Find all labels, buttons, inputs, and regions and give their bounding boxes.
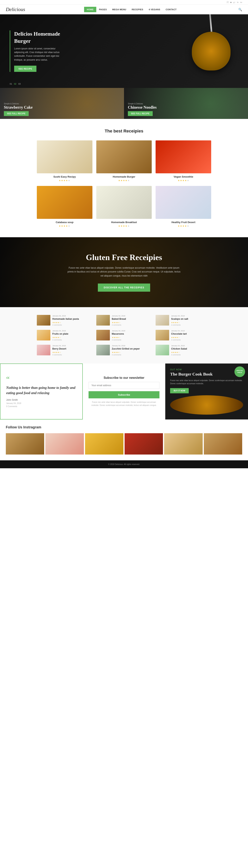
social-rss-icon[interactable]: rss — [240, 1, 242, 3]
blog-stars-5: ★★★★☆ — [112, 336, 152, 339]
blog-stars-3: ★★★★☆ — [171, 321, 211, 323]
social-linkedin-icon[interactable]: in — [237, 1, 239, 3]
nav-links: HOME PAGES MEGA MENU RECEPIES 4 VEGANS C… — [84, 7, 179, 12]
blog-title-3: Scalops on salt — [171, 317, 211, 321]
featured-card-1-content: Simple & Delicies Strawberry Cake See Fu… — [0, 100, 36, 119]
recipe-card-5[interactable]: Homemade Breakfast ★★★★★ — [96, 186, 152, 227]
social-google-icon[interactable]: g+ — [233, 1, 236, 3]
blog-stars-1: ★★★★☆ — [52, 321, 92, 323]
blog-date-1: January 04, 2018 — [52, 315, 92, 317]
instagram-image-4[interactable] — [125, 433, 163, 455]
featured-card-1-btn[interactable]: See Full Recipe — [4, 111, 29, 116]
recipe-name-1: Sushi Easy Recipy — [37, 175, 92, 178]
blog-comments-8: 4 comments — [112, 354, 152, 356]
blog-thumb-6 — [156, 330, 169, 340]
instagram-title: Follow Us Instragram — [6, 425, 242, 429]
blog-thumb-9 — [156, 345, 169, 355]
blog-thumb-5 — [96, 330, 110, 340]
blog-item-2[interactable]: January 04, 2018 Baked Bread ★★★★☆ 4 com… — [96, 315, 152, 326]
slide-indicator-1[interactable]: 01 — [10, 83, 12, 85]
hero-border-accent: Delicios Homemade Burger Lorem ipsum dol… — [10, 30, 64, 72]
blog-thumb-1 — [37, 315, 51, 326]
recipe-image-2 — [96, 141, 152, 173]
blog-info-8: January 04, 2018 Zucchini Grilled on pep… — [112, 345, 152, 356]
best-recipes-section: The best Receipies Sushi Easy Recipy ★★★… — [0, 119, 248, 237]
recipe-image-4 — [37, 186, 92, 219]
recipe-name-4: Calabasa soup — [37, 221, 92, 224]
blog-title-7: Berry Desert — [52, 347, 92, 350]
recipe-stars-6: ★★★★★ — [156, 225, 211, 227]
blog-item-6[interactable]: January 04, 2018 Chocolate tart ★★★★☆ 4 … — [156, 330, 211, 341]
blog-date-8: January 04, 2018 — [112, 345, 152, 347]
instagram-image-5[interactable] — [164, 433, 203, 455]
nav-item-mega-menu[interactable]: MEGA MENU — [110, 7, 129, 12]
blog-item-7[interactable]: January 04, 2018 Berry Desert ★★★★☆ 4 co… — [37, 345, 92, 356]
gluten-discover-button[interactable]: Discover All The Receipies — [98, 283, 150, 292]
quote-date: January 04, 2018 — [6, 402, 76, 404]
nav-item-recepies[interactable]: RECEPIES — [129, 7, 146, 12]
blog-date-3: January 04, 2018 — [171, 315, 211, 317]
blog-comments-5: 4 comments — [112, 339, 152, 341]
recipe-card-4[interactable]: Calabasa soup ★★★★★ — [37, 186, 92, 227]
newsletter-subscribe-button[interactable]: Subscribe — [89, 391, 160, 398]
instagram-image-1[interactable] — [6, 433, 44, 455]
gluten-free-section: Gluten Free Receipies Fusce nec ante vit… — [0, 237, 248, 307]
recipe-stars-4: ★★★★★ — [37, 225, 92, 227]
instagram-image-3[interactable] — [85, 433, 123, 455]
blog-item-1[interactable]: January 04, 2018 Homemade italian pasta … — [37, 315, 92, 326]
nav-item-contact[interactable]: CONTACT — [163, 7, 179, 12]
newsletter-title: Subscribe to our newsletter — [104, 376, 145, 379]
footer: © 2018 Delicious. All rights reserved. — [0, 460, 248, 468]
newsletter-email-input[interactable] — [89, 382, 160, 389]
featured-card-2-title: Chinesse Noodles — [128, 105, 157, 110]
blog-item-4[interactable]: January 04, 2018 Fruits on plate ★★★★☆ 4… — [37, 330, 92, 341]
featured-card-2: Simple & Delicies Chinesse Noodles See F… — [124, 88, 248, 119]
social-twitter-icon[interactable]: ◆ — [230, 1, 232, 3]
best-recipes-title: The best Receipies — [6, 129, 242, 134]
recipe-card-2[interactable]: Homemade Burger ★★★★★ — [96, 141, 152, 182]
blog-thumb-8 — [96, 345, 110, 355]
blog-stars-4: ★★★★☆ — [52, 336, 92, 339]
featured-card-2-btn[interactable]: See Full Recipe — [128, 111, 153, 116]
quote-card: “ Nothing is better than going home to f… — [0, 364, 83, 420]
nav-item-pages[interactable]: PAGES — [96, 7, 110, 12]
hero-cta-button[interactable]: See Recipe — [14, 66, 36, 72]
blog-info-7: January 04, 2018 Berry Desert ★★★★☆ 4 co… — [52, 345, 92, 356]
blog-item-5[interactable]: January 04, 2018 Macaroons ★★★★☆ 4 comme… — [96, 330, 152, 341]
nav-item-vegans[interactable]: 4 VEGANS — [146, 7, 163, 12]
blog-stars-6: ★★★★☆ — [171, 336, 211, 339]
blog-item-3[interactable]: January 04, 2018 Scalops on salt ★★★★☆ 4… — [156, 315, 211, 326]
blog-thumb-4 — [37, 330, 51, 340]
quote-comments: 0 Comments — [6, 405, 76, 407]
nav-item-home[interactable]: HOME — [84, 7, 96, 12]
recipe-name-2: Homemade Burger — [96, 175, 152, 178]
blog-comments-3: 4 comments — [171, 324, 211, 326]
navbar: Delicious HOME PAGES MEGA MENU RECEPIES … — [0, 5, 248, 14]
footer-text: © 2018 Delicious. All rights reserved. — [6, 463, 242, 465]
cookbook-buy-button[interactable]: BUY IT NOW — [170, 388, 189, 393]
blog-date-6: January 04, 2018 — [171, 330, 211, 332]
blog-grid: January 04, 2018 Homemade italian pasta … — [37, 315, 211, 355]
recipe-card-3[interactable]: Vegan Smoothie ★★★★★ — [156, 141, 211, 182]
slide-indicator-total[interactable]: 03 — [19, 83, 21, 85]
hero-content: Delicios Homemade Burger Lorem ipsum dol… — [0, 23, 73, 80]
recipe-card-1[interactable]: Sushi Easy Recipy ★★★★★ — [37, 141, 92, 182]
top-bar:  ◆ g+ in rss — [0, 0, 248, 5]
cookbook-label: OUT NOW — [170, 368, 243, 371]
recipe-stars-1: ★★★★★ — [37, 179, 92, 182]
burger-image — [192, 32, 230, 70]
blog-info-3: January 04, 2018 Scalops on salt ★★★★☆ 4… — [171, 315, 211, 326]
instagram-image-2[interactable] — [45, 433, 84, 455]
featured-card-2-label: Simple & Delicies — [128, 103, 157, 105]
featured-card-1-label: Simple & Delicies — [4, 103, 33, 105]
search-icon[interactable]: 🔍 — [238, 8, 242, 11]
recipe-stars-5: ★★★★★ — [96, 225, 152, 227]
blog-item-8[interactable]: January 04, 2018 Zucchini Grilled on pep… — [96, 345, 152, 356]
instagram-image-6[interactable] — [204, 433, 242, 455]
quote-mark: “ — [6, 375, 76, 383]
slide-indicator-active[interactable]: 02 — [14, 83, 16, 85]
recipe-image-6 — [156, 186, 211, 219]
blog-item-9[interactable]: January 04, 2018 Chicken Salad ★★★★☆ 4 c… — [156, 345, 211, 356]
recipe-card-6[interactable]: Healthy Fruit Desert ★★★★★ — [156, 186, 211, 227]
social-facebook-icon[interactable]:  — [227, 1, 228, 3]
